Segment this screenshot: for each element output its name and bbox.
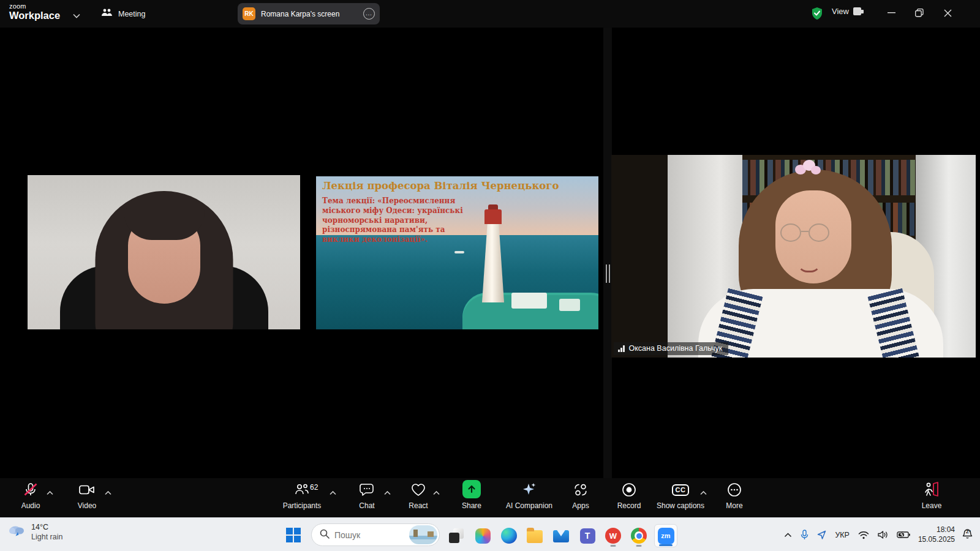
start-button[interactable] xyxy=(284,526,303,544)
panel-resize-handle[interactable] xyxy=(606,264,610,283)
taskbar-app-zoom[interactable]: zm xyxy=(654,524,677,547)
running-indicator xyxy=(636,545,642,547)
close-button[interactable] xyxy=(933,0,962,26)
search-icon xyxy=(320,529,330,541)
record-icon xyxy=(621,481,637,498)
taskbar-app-copilot[interactable] xyxy=(471,524,494,547)
share-button-label: Share xyxy=(462,501,481,510)
slide-title: Лекція професора Віталія Чернецького xyxy=(322,180,592,192)
search-input[interactable] xyxy=(334,530,401,540)
slide-pier-building xyxy=(511,293,547,309)
video-options-caret[interactable] xyxy=(105,487,111,498)
more-button[interactable]: More xyxy=(701,481,768,515)
meeting-content-area: Лекція професора Віталія Чернецького Тем… xyxy=(0,28,980,478)
leave-button-label: Leave xyxy=(922,501,942,510)
edge-icon xyxy=(501,528,517,544)
taskbar-search[interactable] xyxy=(311,523,440,546)
hair-flower xyxy=(795,160,822,178)
layout-icon xyxy=(853,7,861,15)
weather-icon xyxy=(7,523,26,541)
tray-microphone-icon[interactable] xyxy=(796,523,813,547)
microphone-muted-icon xyxy=(23,481,39,498)
search-highlight-thumbnail[interactable] xyxy=(409,525,437,544)
more-button-label: More xyxy=(726,501,742,510)
notification-bell[interactable]: Zᶻ xyxy=(959,528,980,542)
tray-time: 18:04 xyxy=(918,525,955,535)
chevron-down-icon[interactable] xyxy=(73,10,80,21)
tray-chevron-up-icon[interactable] xyxy=(780,523,796,547)
security-shield-icon[interactable] xyxy=(811,7,823,23)
logo-line2: Workplace xyxy=(9,10,60,21)
audio-options-caret[interactable] xyxy=(47,487,53,498)
apps-button-label: Apps xyxy=(572,501,589,510)
volume-icon[interactable] xyxy=(873,523,892,547)
windows-logo-icon xyxy=(286,528,301,542)
ai-companion-button-label: AI Companion xyxy=(506,501,552,510)
taskbar-app-edge[interactable] xyxy=(497,524,521,547)
people-icon xyxy=(101,8,113,20)
participant-name-tag: Оксана Василівна Гальчук xyxy=(614,342,728,355)
taskbar-app-teams[interactable]: T xyxy=(576,524,599,547)
weather-temp: 14°C xyxy=(31,522,62,533)
react-button-label: React xyxy=(409,501,428,510)
tab-meeting[interactable]: Meeting xyxy=(95,0,151,28)
leave-door-icon xyxy=(923,481,940,498)
lighthouse-cap xyxy=(488,204,498,209)
zoom-meeting-window: zoom Workplace Meeting RK Romana Karpa's… xyxy=(0,0,980,551)
sparkle-icon xyxy=(521,481,537,498)
video-button-label: Video xyxy=(78,501,96,510)
glasses-right-lens xyxy=(809,223,829,242)
copilot-icon xyxy=(475,528,491,544)
participants-count: 62 xyxy=(310,483,318,492)
tab-shared-screen[interactable]: RK Romana Karpa's screen … xyxy=(238,3,380,24)
slide-body-text: Тема лекції: «Переосмислення міського мі… xyxy=(322,197,466,245)
zoom-workplace-logo: zoom Workplace xyxy=(9,3,60,21)
connection-signal-icon xyxy=(618,345,625,352)
zoom-app-icon: zm xyxy=(658,528,674,544)
do-not-disturb-label: Zᶻ xyxy=(966,529,971,534)
tray-clock[interactable]: 18:04 15.05.2025 xyxy=(914,525,959,544)
weather-condition: Light rain xyxy=(31,533,62,542)
participant-name: Оксана Василівна Гальчук xyxy=(629,344,723,353)
view-button[interactable]: View xyxy=(832,7,861,16)
glasses-left-lens xyxy=(780,223,801,242)
cc-icon: CC xyxy=(672,484,690,496)
share-screen-icon xyxy=(462,480,481,498)
tray-location-icon[interactable] xyxy=(813,523,831,547)
restore-button[interactable] xyxy=(905,0,933,26)
leave-button[interactable]: Leave xyxy=(898,481,965,515)
battery-icon[interactable] xyxy=(892,523,914,547)
taskbar-app-mail[interactable] xyxy=(549,524,573,547)
participants-icon xyxy=(294,481,310,498)
participant-video-left xyxy=(28,175,300,329)
taskbar-app-file-explorer[interactable] xyxy=(523,524,546,547)
participants-button[interactable]: Participants xyxy=(268,481,336,515)
meeting-toolbar: Audio Video xyxy=(0,478,980,517)
taskbar-app-task-view[interactable] xyxy=(445,524,468,547)
task-view-icon xyxy=(449,528,464,543)
language-indicator[interactable]: УКР xyxy=(831,523,854,547)
camera-icon xyxy=(78,481,96,498)
taskbar-app-chrome[interactable] xyxy=(627,524,650,547)
minimize-button[interactable] xyxy=(877,0,905,26)
taskbar-app-wps[interactable]: W xyxy=(601,524,625,547)
more-options-icon[interactable]: … xyxy=(363,8,375,20)
weather-widget[interactable]: 14°C Light rain xyxy=(7,522,62,542)
wps-office-icon: W xyxy=(605,528,621,544)
system-tray: УКР xyxy=(780,518,980,551)
heart-icon xyxy=(410,481,426,498)
slide-boat xyxy=(454,251,464,253)
view-button-label: View xyxy=(832,7,849,16)
chat-bubble-icon xyxy=(359,481,375,498)
slide-pier-building-2 xyxy=(559,299,580,311)
active-running-indicator xyxy=(659,544,673,546)
wifi-icon[interactable] xyxy=(854,523,873,547)
record-button-label: Record xyxy=(617,501,641,510)
avatar: RK xyxy=(243,7,255,20)
participant-video-right: Оксана Василівна Гальчук xyxy=(611,155,976,358)
tab-meeting-label: Meeting xyxy=(118,10,145,18)
chrome-icon xyxy=(631,528,647,544)
apps-icon xyxy=(573,481,589,498)
participants-button-label: Participants xyxy=(283,501,322,510)
glasses-bridge xyxy=(801,231,809,232)
